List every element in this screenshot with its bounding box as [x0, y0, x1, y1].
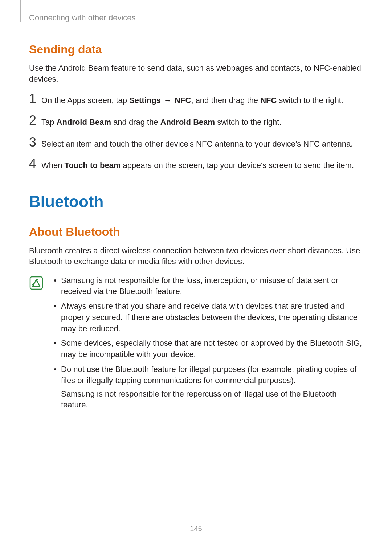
- text-fragment: and drag the: [111, 118, 160, 127]
- note-bullet-list: • Samsung is not responsible for the los…: [54, 275, 363, 415]
- step-1: 1 On the Apps screen, tap Settings → NFC…: [29, 92, 363, 106]
- bullet-text: Always ensure that you share and receive…: [61, 301, 363, 334]
- bullet-item: • Do not use the Bluetooth feature for i…: [54, 364, 363, 411]
- steps-list: 1 On the Apps screen, tap Settings → NFC…: [29, 92, 363, 171]
- bold-nfc: NFC: [175, 96, 191, 105]
- text-fragment: switch to the right.: [215, 118, 281, 127]
- step-text: When Touch to beam appears on the screen…: [41, 160, 354, 171]
- bullet-body: Do not use the Bluetooth feature for ill…: [61, 364, 363, 411]
- arrow-icon: →: [161, 96, 175, 105]
- step-text: Select an item and touch the other devic…: [41, 139, 353, 149]
- step-2: 2 Tap Android Beam and drag the Android …: [29, 114, 363, 128]
- step-4: 4 When Touch to beam appears on the scre…: [29, 157, 363, 171]
- heading-bluetooth: Bluetooth: [29, 193, 363, 211]
- text-fragment: When: [41, 161, 65, 170]
- bullet-extra-text: Samsung is not responsible for the reper…: [61, 389, 363, 411]
- intro-about-bluetooth: Bluetooth creates a direct wireless conn…: [29, 245, 363, 267]
- header-divider: [20, 0, 21, 22]
- step-number: 3: [29, 136, 41, 149]
- intro-sending-data: Use the Android Beam feature to send dat…: [29, 63, 363, 84]
- step-number: 4: [29, 157, 41, 170]
- text-fragment: , and then drag the: [191, 96, 260, 105]
- text-fragment: Tap: [41, 118, 57, 127]
- step-text: On the Apps screen, tap Settings → NFC, …: [41, 95, 343, 106]
- svg-line-1: [32, 279, 38, 285]
- heading-about-bluetooth: About Bluetooth: [29, 225, 363, 239]
- text-fragment: appears on the screen, tap your device's…: [121, 161, 354, 170]
- bullet-text: Do not use the Bluetooth feature for ill…: [61, 365, 356, 385]
- step-number: 1: [29, 92, 41, 105]
- bold-nfc: NFC: [260, 96, 277, 105]
- text-fragment: On the Apps screen, tap: [41, 96, 129, 105]
- bold-android-beam: Android Beam: [160, 118, 215, 127]
- step-number: 2: [29, 114, 41, 127]
- bullet-text: Samsung is not responsible for the loss,…: [61, 275, 363, 297]
- svg-rect-0: [30, 277, 42, 289]
- bullet-item: • Always ensure that you share and recei…: [54, 301, 363, 334]
- breadcrumb: Connecting with other devices: [29, 13, 363, 22]
- bullet-dot-icon: •: [54, 301, 61, 334]
- step-text: Tap Android Beam and drag the Android Be…: [41, 117, 282, 128]
- bullet-item: • Some devices, especially those that ar…: [54, 338, 363, 360]
- step-3: 3 Select an item and touch the other dev…: [29, 136, 363, 149]
- bullet-dot-icon: •: [54, 364, 61, 411]
- bullet-item: • Samsung is not responsible for the los…: [54, 275, 363, 297]
- bullet-dot-icon: •: [54, 338, 61, 360]
- bold-android-beam: Android Beam: [57, 118, 111, 127]
- document-page: Connecting with other devices Sending da…: [0, 0, 392, 554]
- note-block: • Samsung is not responsible for the los…: [29, 275, 363, 415]
- note-icon: [29, 276, 44, 290]
- text-fragment: switch to the right.: [277, 96, 343, 105]
- page-number: 145: [0, 525, 392, 533]
- bold-touch-to-beam: Touch to beam: [65, 161, 121, 170]
- heading-sending-data: Sending data: [29, 43, 363, 56]
- bold-settings: Settings: [129, 96, 161, 105]
- bullet-text: Some devices, especially those that are …: [61, 338, 363, 360]
- bullet-dot-icon: •: [54, 275, 61, 297]
